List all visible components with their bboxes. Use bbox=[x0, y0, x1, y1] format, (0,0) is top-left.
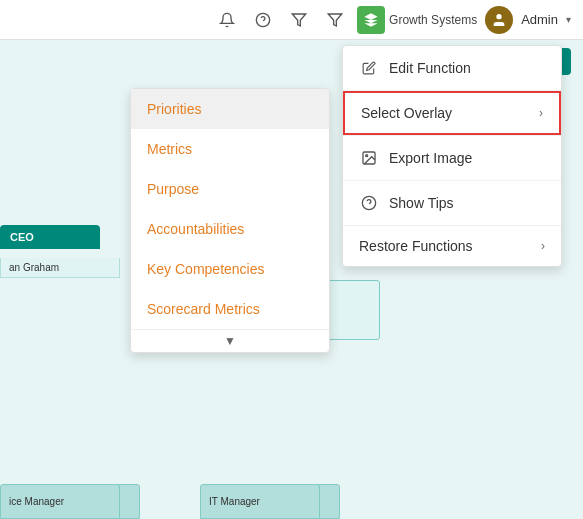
bottom-node-left: ice Manager bbox=[0, 484, 120, 519]
ceo-role-label: CEO bbox=[0, 225, 100, 249]
svg-point-6 bbox=[366, 155, 368, 157]
menu-item-key-competencies[interactable]: Key Competencies bbox=[131, 249, 329, 289]
filter-icon[interactable] bbox=[285, 6, 313, 34]
svg-marker-2 bbox=[292, 14, 305, 26]
admin-chevron[interactable]: ▾ bbox=[566, 14, 571, 25]
right-context-menu: Edit Function Select Overlay › Export Im… bbox=[342, 45, 562, 267]
menu-item-accountabilities[interactable]: Accountabilities bbox=[131, 209, 329, 249]
avatar bbox=[485, 6, 513, 34]
bottom-node-center: IT Manager bbox=[200, 484, 320, 519]
restore-functions-arrow: › bbox=[541, 239, 545, 253]
menu-item-show-tips[interactable]: Show Tips bbox=[343, 181, 561, 225]
menu-item-edit-function[interactable]: Edit Function bbox=[343, 46, 561, 90]
pencil-icon bbox=[359, 58, 379, 78]
image-icon bbox=[359, 148, 379, 168]
menu-item-scorecard-metrics[interactable]: Scorecard Metrics bbox=[131, 289, 329, 329]
filter-icon-2[interactable] bbox=[321, 6, 349, 34]
menu-item-metrics[interactable]: Metrics bbox=[131, 129, 329, 169]
help-icon[interactable] bbox=[249, 6, 277, 34]
company-logo bbox=[357, 6, 385, 34]
company-badge: Growth Systems bbox=[357, 6, 477, 34]
svg-point-4 bbox=[496, 14, 501, 19]
scroll-down-arrow[interactable]: ▼ bbox=[131, 329, 329, 352]
header-bar: Growth Systems Admin ▾ bbox=[0, 0, 583, 40]
admin-label: Admin bbox=[521, 12, 558, 27]
menu-item-select-overlay[interactable]: Select Overlay › bbox=[343, 91, 561, 135]
menu-item-priorities[interactable]: Priorities bbox=[131, 89, 329, 129]
question-icon bbox=[359, 193, 379, 213]
ceo-name: an Graham bbox=[0, 258, 120, 278]
select-overlay-arrow: › bbox=[539, 106, 543, 120]
menu-item-restore-functions[interactable]: Restore Functions › bbox=[343, 226, 561, 266]
menu-item-export-image[interactable]: Export Image bbox=[343, 136, 561, 180]
company-name: Growth Systems bbox=[389, 13, 477, 27]
left-overlay-menu: Priorities Metrics Purpose Accountabilit… bbox=[130, 88, 330, 353]
notification-icon[interactable] bbox=[213, 6, 241, 34]
menu-item-purpose[interactable]: Purpose bbox=[131, 169, 329, 209]
svg-marker-3 bbox=[328, 14, 341, 26]
